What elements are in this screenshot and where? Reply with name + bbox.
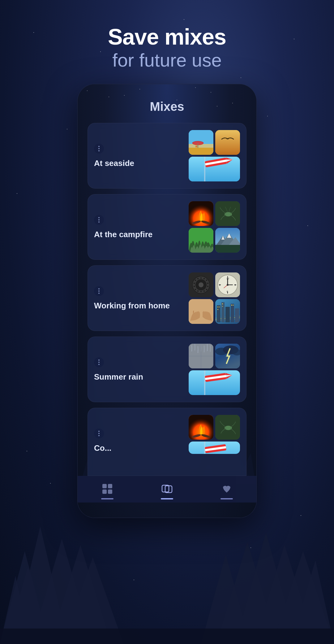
- svg-point-65: [203, 290, 205, 292]
- svg-rect-100: [231, 305, 232, 306]
- rain-img-lightning: [215, 344, 240, 368]
- rain-menu-button[interactable]: [94, 357, 104, 367]
- svg-point-63: [207, 286, 208, 287]
- svg-rect-98: [222, 303, 223, 304]
- work-img-clock: 12 3 6 9: [215, 272, 240, 297]
- svg-rect-97: [217, 309, 218, 310]
- campfire-img-2: [215, 201, 240, 226]
- phone-frame: Mixes At seaside: [77, 84, 257, 518]
- grid-nav-indicator: [101, 498, 113, 499]
- work-name: Working from home: [94, 301, 170, 311]
- svg-rect-24: [189, 147, 213, 155]
- seaside-img-1: [189, 130, 213, 155]
- seaside-img-2: [215, 130, 240, 155]
- svg-rect-13: [0, 629, 334, 644]
- svg-point-61: [206, 280, 207, 281]
- seaside-name: At seaside: [94, 159, 134, 168]
- svg-rect-94: [235, 308, 239, 322]
- rain-image-grid: [189, 344, 240, 395]
- campfire-image-grid: [189, 201, 240, 253]
- svg-point-69: [194, 286, 195, 287]
- svg-marker-11: [291, 560, 334, 644]
- svg-marker-4: [49, 545, 111, 644]
- svg-text:9: 9: [219, 284, 221, 286]
- favorites-nav-indicator: [221, 498, 233, 499]
- svg-rect-90: [217, 305, 221, 322]
- grid-icon: [100, 481, 115, 496]
- work-img-keyboard: [189, 299, 213, 324]
- heart-icon: [219, 481, 234, 496]
- svg-rect-30: [215, 130, 240, 155]
- mixes-screen-title: Mixes: [88, 100, 246, 114]
- svg-point-84: [227, 284, 229, 286]
- work-img-speaker: [189, 272, 213, 297]
- svg-point-57: [195, 280, 196, 281]
- cozy-image-grid: [189, 415, 240, 466]
- svg-point-123: [225, 426, 232, 430]
- header: Save mixes for future use: [108, 0, 226, 84]
- work-image-grid: 12 3 6 9: [189, 272, 240, 324]
- mix-card-work[interactable]: Working from home: [88, 265, 246, 331]
- card-left-cozy: Co...: [94, 429, 111, 453]
- svg-point-59: [200, 277, 202, 279]
- svg-point-70: [194, 283, 195, 284]
- svg-marker-5: [62, 557, 124, 644]
- svg-text:6: 6: [227, 290, 228, 293]
- mixes-icon: [160, 481, 174, 496]
- svg-rect-92: [225, 307, 230, 322]
- svg-text:3: 3: [234, 284, 236, 286]
- svg-point-66: [200, 291, 202, 292]
- main-title: Save mixes: [108, 25, 226, 49]
- svg-rect-91: [221, 302, 225, 322]
- svg-point-58: [197, 278, 199, 279]
- campfire-img-3: [189, 228, 213, 253]
- card-left-rain: Summer rain: [94, 357, 143, 382]
- mix-card-cozy[interactable]: Co...: [88, 408, 246, 476]
- svg-marker-2: [31, 539, 93, 644]
- svg-rect-95: [217, 307, 218, 307]
- nav-item-favorites[interactable]: [197, 481, 256, 499]
- svg-rect-111: [189, 370, 240, 395]
- campfire-name: At the campfire: [94, 230, 152, 239]
- svg-rect-131: [108, 490, 112, 494]
- svg-marker-8: [235, 533, 297, 644]
- svg-point-62: [207, 283, 208, 284]
- svg-marker-1: [12, 526, 68, 644]
- cozy-img-1: [189, 415, 213, 440]
- svg-rect-106: [189, 344, 213, 368]
- nav-item-grid[interactable]: [78, 481, 137, 499]
- svg-rect-112: [204, 370, 205, 395]
- nav-item-mixes[interactable]: [137, 481, 197, 499]
- svg-marker-9: [254, 545, 315, 644]
- svg-marker-6: [6, 567, 49, 644]
- svg-rect-129: [108, 484, 112, 488]
- mix-card-seaside[interactable]: At seaside: [88, 123, 246, 189]
- svg-rect-99: [222, 306, 223, 307]
- work-img-city: [215, 299, 240, 324]
- seaside-img-windsock: [189, 157, 240, 181]
- card-left-seaside: At seaside: [94, 144, 134, 168]
- seaside-image-grid: [189, 130, 240, 181]
- card-left-work: Working from home: [94, 286, 170, 311]
- svg-marker-12: [201, 554, 250, 644]
- campfire-img-1: [189, 201, 213, 226]
- campfire-menu-button[interactable]: [94, 215, 104, 225]
- mix-card-campfire[interactable]: At the campfire: [88, 194, 246, 260]
- svg-point-68: [195, 289, 196, 290]
- cozy-menu-button[interactable]: [94, 429, 104, 438]
- mix-card-rain[interactable]: Summer rain: [88, 337, 246, 402]
- cozy-img-2: [215, 415, 240, 440]
- cozy-name: Co...: [94, 443, 111, 453]
- svg-rect-96: [219, 307, 220, 307]
- work-menu-button[interactable]: [94, 286, 104, 296]
- svg-point-64: [206, 289, 207, 290]
- rain-img-window: [189, 344, 213, 368]
- svg-rect-33: [204, 157, 205, 181]
- mixes-nav-indicator: [161, 498, 173, 499]
- seaside-menu-button[interactable]: [94, 144, 104, 154]
- svg-marker-0: [0, 551, 49, 644]
- svg-rect-128: [102, 484, 107, 488]
- svg-point-60: [203, 278, 205, 279]
- bottom-navigation: [78, 476, 256, 503]
- phone-content: Mixes At seaside: [78, 84, 256, 476]
